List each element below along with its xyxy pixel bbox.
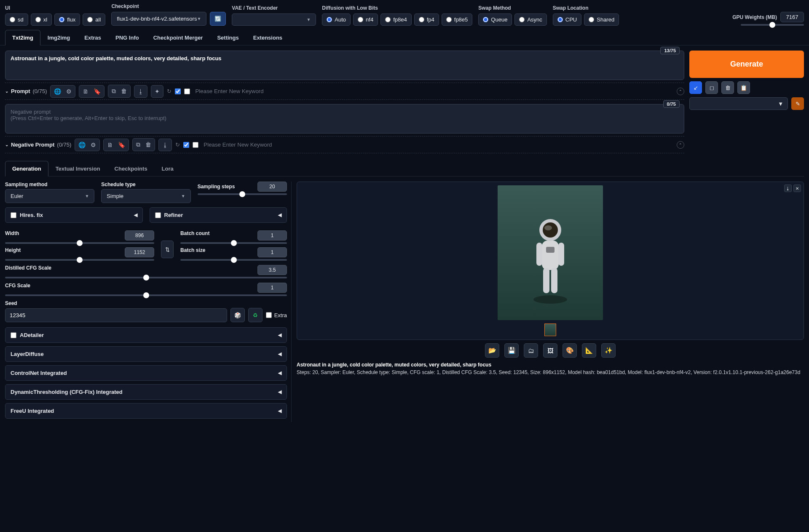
swapmethod-radio-Queue[interactable]: Queue (478, 13, 512, 26)
bookmark-icon[interactable]: 🔖 (92, 87, 102, 96)
gpu-slider[interactable] (741, 24, 804, 26)
tab-img2img[interactable]: Img2img (40, 30, 77, 45)
tab-checkpoint-merger[interactable]: Checkpoint Merger (146, 30, 210, 45)
ui-radio-xl[interactable]: xl (31, 13, 52, 26)
tool-trash-button[interactable]: 🗑 (721, 81, 734, 94)
file-icon[interactable]: 🗎 (105, 141, 115, 149)
edit-style-button[interactable]: ✎ (791, 97, 804, 110)
width-slider[interactable] (5, 242, 154, 244)
extra-check-wrap[interactable]: Extra (266, 312, 287, 318)
swaplocation-radio-Shared[interactable]: Shared (584, 13, 619, 26)
width-value[interactable]: 896 (125, 230, 154, 241)
refresh-checkpoint-button[interactable]: 🔃 (210, 12, 226, 26)
accordion-controlnet[interactable]: ControlNet Integrated◀ (5, 365, 287, 381)
download-icon[interactable]: ⭳ (161, 141, 170, 149)
swap-dimensions-button[interactable]: ⇅ (161, 241, 174, 258)
send-inpaint-button[interactable]: 🎨 (563, 343, 577, 358)
copy-icon[interactable]: ⧉ (110, 87, 118, 96)
globe-icon[interactable]: 🌐 (77, 141, 87, 149)
neg-check-b[interactable] (193, 142, 198, 148)
chevron-down-icon[interactable]: ⌄ (5, 142, 8, 147)
close-image-icon[interactable]: ✕ (793, 184, 801, 192)
tab-png-info[interactable]: PNG Info (108, 30, 146, 45)
hires-checkbox[interactable] (11, 212, 16, 218)
open-folder-button[interactable]: 📂 (485, 343, 499, 358)
neg-prompt-input[interactable] (5, 104, 684, 132)
steps-value[interactable]: 20 (257, 182, 287, 192)
history-icon[interactable]: ↻ (167, 88, 171, 94)
zip-button[interactable]: 🗂 (524, 343, 538, 358)
tool-clipboard-button[interactable]: 📋 (737, 81, 750, 94)
height-value[interactable]: 1152 (125, 247, 154, 257)
output-image[interactable] (498, 185, 603, 320)
output-thumbnail[interactable] (544, 323, 556, 336)
prompt-check-b[interactable] (184, 88, 190, 94)
tab-settings[interactable]: Settings (210, 30, 246, 45)
file-icon[interactable]: 🗎 (81, 87, 90, 96)
cfg-value[interactable]: 1 (257, 283, 287, 293)
diffusion-radio-fp8e4[interactable]: fp8e4 (380, 13, 412, 26)
steps-slider[interactable] (198, 193, 287, 195)
accordion-layerdiffuse[interactable]: LayerDiffuse◀ (5, 346, 287, 362)
swapmethod-radio-Async[interactable]: Async (514, 13, 546, 26)
generate-button[interactable]: Generate (689, 51, 804, 78)
batch-size-slider[interactable] (180, 259, 287, 261)
accordion-dynamicthresholding[interactable]: DynamicThresholding (CFG-Fix) Integrated… (5, 384, 287, 400)
vae-select[interactable]: ▼ (232, 13, 316, 26)
download-image-icon[interactable]: ⭳ (784, 184, 792, 192)
bookmark-icon[interactable]: 🔖 (116, 141, 127, 149)
ui-radio-all[interactable]: all (83, 13, 105, 26)
cfg-slider[interactable] (5, 294, 287, 296)
subtab-generation[interactable]: Generation (5, 161, 48, 176)
batch-size-value[interactable]: 1 (257, 247, 287, 257)
subtab-textual-inversion[interactable]: Textual Inversion (48, 161, 107, 176)
collapse-icon[interactable]: ⌃ (677, 88, 684, 95)
refiner-accordion[interactable]: Refiner ◀ (150, 207, 287, 223)
tab-extensions[interactable]: Extensions (246, 30, 289, 45)
checkpoint-select[interactable]: flux1-dev-bnb-nf4-v2.safetensors ▼ (111, 12, 206, 26)
tool-arrow-button[interactable]: ↙ (689, 81, 702, 94)
ui-radio-sd[interactable]: sd (5, 13, 28, 26)
swaplocation-radio-CPU[interactable]: CPU (553, 13, 581, 26)
trash-icon[interactable]: 🗑 (119, 87, 129, 96)
trash-icon[interactable]: 🗑 (144, 140, 153, 149)
ui-radio-flux[interactable]: flux (54, 13, 80, 26)
batch-count-slider[interactable] (180, 242, 287, 244)
neg-check-a[interactable] (183, 142, 189, 148)
subtab-lora[interactable]: Lora (155, 161, 181, 176)
random-seed-button[interactable]: 🎲 (230, 308, 245, 322)
diffusion-radio-fp8e5[interactable]: fp8e5 (442, 13, 473, 26)
gear-icon[interactable]: ⚙ (64, 87, 73, 96)
collapse-icon[interactable]: ⌃ (677, 141, 684, 149)
style-select[interactable]: ▼ (689, 97, 788, 110)
diffusion-radio-Auto[interactable]: Auto (322, 13, 351, 26)
dcfg-value[interactable]: 3.5 (257, 265, 287, 275)
save-button[interactable]: 💾 (504, 343, 519, 358)
seed-input[interactable] (5, 308, 227, 322)
prompt-check-a[interactable] (175, 88, 181, 94)
chevron-down-icon[interactable]: ⌄ (5, 89, 8, 94)
gear-icon[interactable]: ⚙ (89, 141, 98, 149)
send-extras-button[interactable]: 📐 (582, 343, 596, 358)
upscale-button[interactable]: ✨ (601, 343, 616, 358)
diffusion-radio-nf4[interactable]: nf4 (353, 13, 378, 26)
sparkle-icon[interactable]: ✦ (153, 87, 161, 96)
extra-checkbox[interactable] (266, 312, 272, 318)
prompt-input[interactable] (5, 51, 684, 78)
history-icon[interactable]: ↻ (175, 142, 180, 148)
accordion-freeu[interactable]: FreeU Integrated◀ (5, 403, 287, 419)
globe-icon[interactable]: 🌐 (52, 87, 63, 96)
tool-stop-button[interactable]: ◻ (705, 81, 718, 94)
send-img2img-button[interactable]: 🖼 (543, 343, 557, 358)
subtab-checkpoints[interactable]: Checkpoints (107, 161, 155, 176)
hires-accordion[interactable]: Hires. fix ◀ (5, 207, 143, 223)
dcfg-slider[interactable] (5, 277, 287, 278)
download-icon[interactable]: ⭳ (136, 87, 145, 96)
diffusion-radio-fp4[interactable]: fp4 (414, 13, 439, 26)
refiner-checkbox[interactable] (155, 212, 161, 218)
neg-keyword-input[interactable] (202, 140, 673, 150)
tab-txt2img[interactable]: Txt2img (5, 30, 40, 45)
prompt-keyword-input[interactable] (193, 86, 673, 96)
sampling-method-select[interactable]: Euler ▼ (5, 189, 94, 203)
height-slider[interactable] (5, 259, 154, 261)
